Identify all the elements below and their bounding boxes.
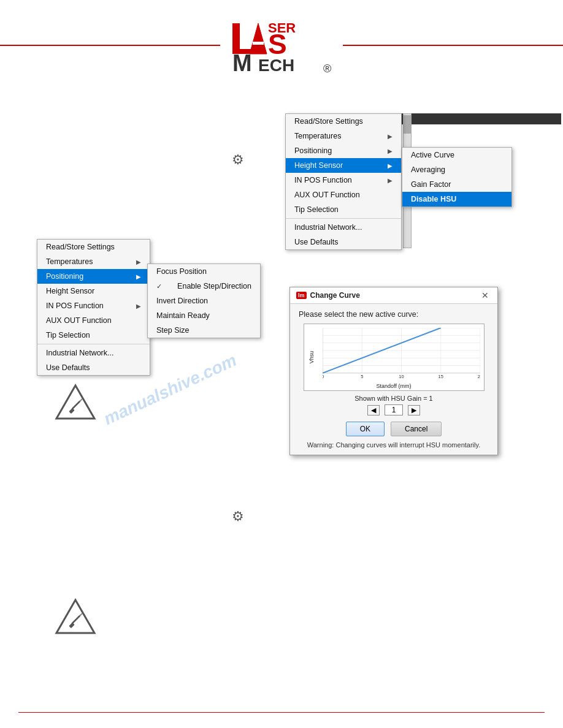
right-menu-item-temperatures[interactable]: Temperatures ▶ (286, 129, 401, 143)
left-submenu-step-size[interactable]: Step Size (148, 323, 260, 338)
right-submenu-height-sensor: Active Curve Averaging Gain Factor Disab… (402, 147, 512, 207)
hsu-gain-label: Shown with HSU Gain = 1 (299, 395, 489, 402)
chart-svg: 0 2 4 6 8 10 0 5 10 15 20 (323, 328, 480, 378)
warning-triangle-1 (54, 383, 97, 423)
dialog-warning-text: Warning: Changing curves will interrupt … (299, 441, 489, 449)
bottom-line (18, 712, 545, 713)
left-context-menu: Read/Store Settings Temperatures ▶ Posit… (37, 239, 150, 376)
left-menu-item-temperatures[interactable]: Temperatures ▶ (37, 254, 150, 269)
svg-line-38 (72, 616, 80, 623)
curve-value-input[interactable] (385, 404, 403, 415)
dialog-prompt: Please select the new active curve: (299, 310, 489, 319)
right-menu-item-height-sensor[interactable]: Height Sensor ▶ (286, 158, 401, 173)
svg-text:20: 20 (477, 374, 480, 378)
dialog-titlebar: lm Change Curve ✕ (290, 287, 497, 304)
dialog-ok-button[interactable]: OK (346, 422, 385, 436)
svg-marker-33 (56, 385, 94, 419)
change-curve-dialog: lm Change Curve ✕ Please select the new … (289, 287, 498, 455)
svg-text:M: M (232, 50, 252, 72)
svg-line-40 (80, 613, 82, 616)
gear-icon-2: ⚙ (232, 509, 244, 525)
right-submenu-gain-factor[interactable]: Gain Factor (402, 177, 511, 192)
left-menu-item-industrial[interactable]: Industrial Network... (37, 346, 150, 360)
svg-text:ECH: ECH (258, 56, 294, 72)
logo-box: S SER M ECH ® (220, 17, 343, 72)
page-header: S SER M ECH ® (0, 0, 563, 78)
svg-text:SER: SER (268, 20, 296, 36)
dialog-lm-icon: lm (296, 292, 307, 299)
svg-marker-37 (56, 600, 94, 633)
curve-selector: ◀ ▶ (299, 404, 489, 415)
dialog-title-left: lm Change Curve (296, 291, 360, 300)
left-submenu-invert[interactable]: Invert Direction (148, 294, 260, 308)
svg-line-34 (72, 401, 80, 409)
svg-rect-3 (253, 42, 264, 45)
svg-text:15: 15 (438, 374, 443, 378)
chart-inner: Vhsu (304, 324, 484, 390)
right-menu-item-positioning[interactable]: Positioning ▶ (286, 143, 401, 158)
left-menu-item-read-store[interactable]: Read/Store Settings (37, 240, 150, 254)
svg-text:0: 0 (323, 374, 324, 378)
left-menu-item-in-pos[interactable]: IN POS Function ▶ (37, 298, 150, 313)
warning-triangle-2 (54, 597, 97, 637)
gear-icon-1: ⚙ (232, 152, 244, 168)
chart-y-label: Vhsu (308, 351, 315, 364)
right-menu-item-use-defaults[interactable]: Use Defaults (286, 235, 401, 249)
scrollbar-thumb[interactable] (404, 115, 411, 134)
dialog-close-button[interactable]: ✕ (479, 290, 491, 300)
dialog-buttons: OK Cancel (299, 422, 489, 436)
right-menu-item-tip-selection[interactable]: Tip Selection (286, 202, 401, 217)
left-submenu-enable-step[interactable]: ✓ Enable Step/Direction (148, 279, 260, 294)
right-menu-divider (286, 218, 401, 219)
right-menu-header-bar (386, 113, 561, 124)
left-submenu-maintain[interactable]: Maintain Ready (148, 308, 260, 323)
left-menu-item-aux-out[interactable]: AUX OUT Function (37, 313, 150, 328)
svg-text:5: 5 (361, 374, 363, 378)
right-submenu-disable-hsu[interactable]: Disable HSU (402, 192, 511, 207)
right-menu-item-in-pos[interactable]: IN POS Function ▶ (286, 173, 401, 188)
dialog-title-text: Change Curve (310, 291, 360, 300)
svg-rect-39 (69, 623, 74, 628)
svg-line-36 (80, 399, 82, 401)
left-menu-item-height-sensor[interactable]: Height Sensor (37, 284, 150, 298)
dialog-body: Please select the new active curve: Vhsu (290, 304, 497, 455)
svg-rect-35 (69, 408, 74, 414)
svg-marker-2 (250, 23, 267, 54)
left-menu-divider (37, 344, 150, 344)
dialog-cancel-button[interactable]: Cancel (391, 422, 442, 436)
chart-x-label: Standoff (mm) (377, 383, 412, 389)
right-menu-item-aux-out[interactable]: AUX OUT Function (286, 188, 401, 202)
svg-text:®: ® (323, 63, 331, 72)
right-context-menu: Read/Store Settings Temperatures ▶ Posit… (285, 113, 402, 250)
dialog-chart: Vhsu (304, 324, 484, 391)
right-submenu-active-curve[interactable]: Active Curve (402, 148, 511, 162)
curve-next-button[interactable]: ▶ (408, 405, 420, 415)
right-menu-item-read-store[interactable]: Read/Store Settings (286, 114, 401, 129)
left-submenu-positioning: Focus Position ✓ Enable Step/Direction I… (147, 264, 261, 338)
curve-prev-button[interactable]: ◀ (367, 405, 380, 415)
left-menu-item-tip-selection[interactable]: Tip Selection (37, 328, 150, 343)
svg-text:10: 10 (399, 374, 404, 378)
lasermech-logo: S SER M ECH ® (226, 17, 337, 72)
left-menu-item-positioning[interactable]: Positioning ▶ (37, 269, 150, 284)
left-menu-item-use-defaults[interactable]: Use Defaults (37, 360, 150, 375)
right-submenu-averaging[interactable]: Averaging (402, 162, 511, 177)
left-submenu-focus-pos[interactable]: Focus Position (148, 264, 260, 279)
right-menu-item-industrial[interactable]: Industrial Network... (286, 220, 401, 235)
